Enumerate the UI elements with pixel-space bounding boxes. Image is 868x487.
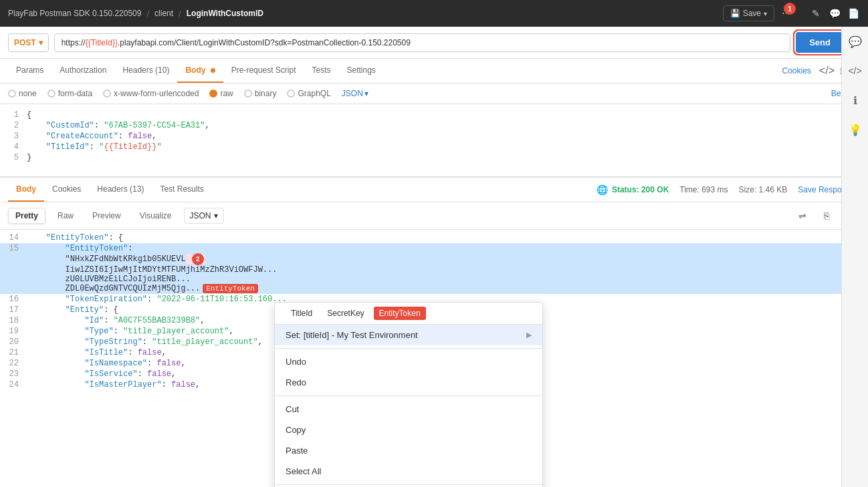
sidebar-info-icon[interactable]: ℹ	[846, 91, 865, 110]
tab-pre-request[interactable]: Pre-request Script	[223, 59, 304, 83]
method-label: POST	[14, 38, 36, 47]
json-dropdown-chevron: ▾	[214, 211, 218, 220]
context-menu: TitleId SecretKey EntityToken Set: [titl…	[274, 302, 543, 424]
copy-response-button[interactable]: ⎘	[817, 206, 836, 225]
redo-menu-item[interactable]: Redo	[275, 372, 542, 393]
secretkey-option[interactable]: SecretKey	[322, 307, 369, 320]
filter-icon[interactable]: ⇌	[793, 206, 812, 225]
tab-settings[interactable]: Settings	[338, 59, 383, 83]
separator2: /	[179, 9, 181, 19]
raw-button[interactable]: Raw	[51, 208, 80, 223]
save-dropdown-icon: ▾	[764, 10, 767, 17]
radio-graphql[interactable]: GraphQL	[287, 89, 330, 98]
sidebar-bulb-icon[interactable]: 💡	[846, 120, 865, 139]
comment-icon[interactable]: 💬	[828, 7, 841, 20]
tab-authorization[interactable]: Authorization	[51, 59, 114, 83]
tab-headers[interactable]: Headers (10)	[114, 59, 177, 83]
edit-icon[interactable]: ✎	[809, 7, 823, 20]
resp-tab-cookies[interactable]: Cookies	[44, 178, 89, 202]
tab-params[interactable]: Params	[8, 59, 51, 83]
radio-binary[interactable]: binary	[244, 89, 277, 98]
radio-dot-raw	[209, 90, 217, 98]
resp-tab-body[interactable]: Body	[8, 178, 44, 202]
url-bar: POST ▾ https://{{TitleId}}.playfabapi.co…	[0, 27, 868, 59]
body-type-row: none form-data x-www-form-urlencoded raw…	[0, 84, 868, 104]
top-bar: PlayFab Postman SDK 0.150.220509 / clien…	[0, 0, 868, 27]
radio-dot-binary	[244, 90, 252, 98]
menu-separator-1	[275, 348, 542, 349]
pretty-button[interactable]: Pretty	[8, 208, 45, 224]
response-time: Time: 693 ms	[679, 185, 728, 194]
document-icon[interactable]: 📄	[847, 7, 860, 20]
request-tabs: Params Authorization Headers (10) Body P…	[0, 59, 868, 84]
json-dropdown[interactable]: JSON ▾	[184, 208, 224, 224]
response-size: Size: 1.46 KB	[739, 185, 788, 194]
cookies-button[interactable]: Cookies	[782, 59, 811, 82]
folder-name: client	[154, 9, 173, 18]
sidebar-code-icon[interactable]: </>	[846, 61, 865, 80]
response-status: Status: 200 OK	[612, 185, 669, 194]
response-tabs-row: Body Cookies Headers (13) Test Results 🌐…	[0, 178, 868, 202]
preview-button[interactable]: Preview	[86, 208, 128, 223]
set-titleid-menu-item[interactable]: Set: [titleId] - My Test Environment ▶	[275, 325, 542, 345]
radio-dot-form-data	[47, 90, 56, 98]
json-chevron: ▾	[364, 89, 368, 98]
radio-form-data[interactable]: form-data	[47, 89, 92, 98]
radio-dot-urlencoded	[103, 90, 111, 98]
collection-title: PlayFab Postman SDK 0.150.220509	[8, 9, 141, 18]
body-dot	[211, 68, 215, 73]
sidebar-comment-icon[interactable]: 💬	[846, 32, 865, 51]
tab-body[interactable]: Body	[177, 59, 223, 83]
code-line-1: 1 {	[0, 110, 868, 120]
code-line-4: 4 "TitleId": "{{TitleId}}"	[0, 142, 868, 152]
resp-tab-headers[interactable]: Headers (13)	[89, 178, 152, 202]
request-name: LoginWithCustomID	[187, 9, 263, 18]
undo-menu-item[interactable]: Undo	[275, 351, 542, 372]
menu-separator-2	[275, 395, 542, 396]
json-format-select[interactable]: JSON ▾	[342, 89, 368, 98]
radio-dot-none	[8, 90, 16, 98]
radio-raw[interactable]: raw	[209, 89, 233, 98]
url-suffix: .playfabapi.com/Client/LoginWithCustomID…	[118, 38, 411, 47]
method-select[interactable]: POST ▾	[8, 33, 49, 52]
resp-line-14: 14 "EntityToken": {	[0, 232, 868, 243]
submenu-chevron: ▶	[526, 331, 532, 339]
method-chevron: ▾	[39, 38, 43, 47]
radio-urlencoded[interactable]: x-www-form-urlencoded	[103, 89, 199, 98]
code-line-3: 3 "CreateAccount": false,	[0, 131, 868, 142]
notification-badge: 1	[784, 3, 796, 15]
right-sidebar: 💬 </> ℹ 💡	[841, 27, 868, 424]
copy-menu-item[interactable]: Copy	[275, 420, 542, 424]
save-icon: 💾	[730, 9, 740, 18]
resp-tab-test-results[interactable]: Test Results	[152, 178, 211, 202]
save-button[interactable]: 💾 Save ▾	[723, 5, 774, 21]
response-toolbar: Pretty Raw Preview Visualize JSON ▾ ⇌ ⎘ …	[0, 202, 868, 230]
radio-none[interactable]: none	[8, 89, 37, 98]
cut-menu-item[interactable]: Cut	[275, 399, 542, 420]
titleid-option[interactable]: TitleId	[286, 307, 318, 320]
url-prefix: https://	[62, 38, 86, 47]
request-body-editor[interactable]: 1 { 2 "CustomId": "67AB-5397-CC54-EA31",…	[0, 104, 868, 178]
code-icon[interactable]: </>	[819, 65, 835, 77]
resp-line-15: 15 "EntityToken": "NHxkZFdNbWtKRkg1b05KU…	[0, 243, 868, 294]
globe-icon: 🌐	[596, 184, 608, 195]
send-button[interactable]: Send	[796, 32, 844, 53]
url-display[interactable]: https://{{TitleId}}.playfabapi.com/Clien…	[54, 33, 791, 52]
code-line-5: 5 }	[0, 152, 868, 163]
entitytoken-badge-option[interactable]: EntityToken	[374, 307, 426, 320]
visualize-button[interactable]: Visualize	[133, 208, 179, 223]
radio-dot-graphql	[287, 90, 295, 98]
title-id-var: {{TitleId}}	[86, 38, 118, 47]
tab-tests[interactable]: Tests	[304, 59, 338, 83]
code-line-2: 2 "CustomId": "67AB-5397-CC54-EA31",	[0, 120, 868, 131]
separator1: /	[146, 9, 149, 19]
